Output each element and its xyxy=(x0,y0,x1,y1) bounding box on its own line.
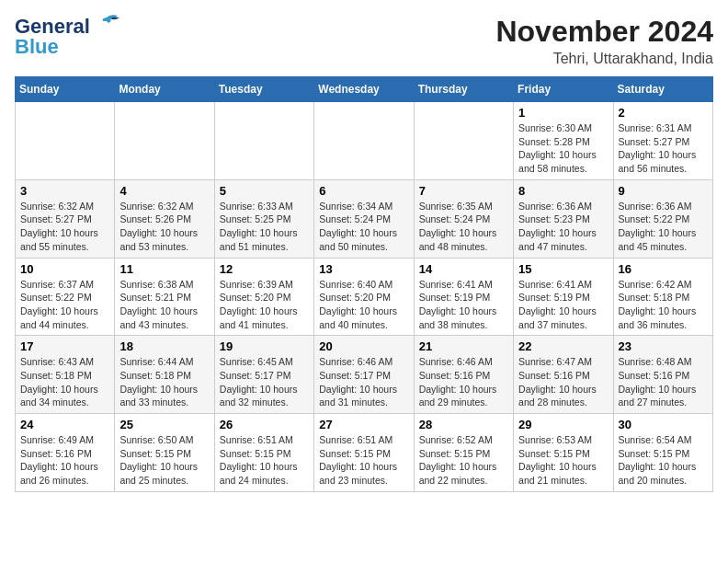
day-number: 28 xyxy=(419,418,508,431)
calendar-cell: 12Sunrise: 6:39 AMSunset: 5:20 PMDayligh… xyxy=(214,258,313,336)
day-info: Sunrise: 6:38 AMSunset: 5:21 PMDaylight:… xyxy=(119,278,209,332)
logo: General Blue xyxy=(15,15,121,59)
day-info: Sunrise: 6:46 AMSunset: 5:17 PMDaylight:… xyxy=(319,355,408,409)
logo-bird-icon xyxy=(92,14,121,34)
day-number: 25 xyxy=(119,418,209,431)
calendar-cell xyxy=(115,102,214,180)
day-info: Sunrise: 6:45 AMSunset: 5:17 PMDaylight:… xyxy=(220,355,309,409)
calendar-cell: 17Sunrise: 6:43 AMSunset: 5:18 PMDayligh… xyxy=(16,336,115,414)
day-number: 22 xyxy=(518,339,608,353)
day-info: Sunrise: 6:37 AMSunset: 5:22 PMDaylight:… xyxy=(20,278,109,332)
calendar-row: 1Sunrise: 6:30 AMSunset: 5:28 PMDaylight… xyxy=(16,102,713,180)
location-title: Tehri, Uttarakhand, India xyxy=(495,51,713,67)
calendar-cell: 18Sunrise: 6:44 AMSunset: 5:18 PMDayligh… xyxy=(115,336,214,414)
calendar-cell: 30Sunrise: 6:54 AMSunset: 5:15 PMDayligh… xyxy=(613,414,712,492)
day-info: Sunrise: 6:32 AMSunset: 5:27 PMDaylight:… xyxy=(20,200,109,254)
calendar-cell: 14Sunrise: 6:41 AMSunset: 5:19 PMDayligh… xyxy=(414,258,513,336)
day-number: 12 xyxy=(220,262,309,276)
calendar-cell: 27Sunrise: 6:51 AMSunset: 5:15 PMDayligh… xyxy=(314,414,414,492)
day-info: Sunrise: 6:49 AMSunset: 5:16 PMDaylight:… xyxy=(20,433,109,488)
title-area: November 2024 Tehri, Uttarakhand, India xyxy=(495,15,713,67)
logo-text-blue: Blue xyxy=(15,35,59,59)
day-info: Sunrise: 6:53 AMSunset: 5:15 PMDaylight:… xyxy=(518,433,608,488)
day-number: 14 xyxy=(419,262,508,276)
calendar-row: 24Sunrise: 6:49 AMSunset: 5:16 PMDayligh… xyxy=(16,414,713,492)
calendar-cell: 20Sunrise: 6:46 AMSunset: 5:17 PMDayligh… xyxy=(314,336,414,414)
day-number: 1 xyxy=(518,106,608,120)
calendar-row: 3Sunrise: 6:32 AMSunset: 5:27 PMDaylight… xyxy=(16,179,713,258)
day-info: Sunrise: 6:36 AMSunset: 5:23 PMDaylight:… xyxy=(518,200,608,254)
day-number: 8 xyxy=(518,184,608,198)
col-header-wednesday: Wednesday xyxy=(314,77,414,102)
calendar-cell: 16Sunrise: 6:42 AMSunset: 5:18 PMDayligh… xyxy=(613,258,712,336)
calendar-cell: 15Sunrise: 6:41 AMSunset: 5:19 PMDayligh… xyxy=(514,258,613,336)
day-number: 16 xyxy=(619,262,708,276)
col-header-friday: Friday xyxy=(514,77,613,102)
calendar-cell: 5Sunrise: 6:33 AMSunset: 5:25 PMDaylight… xyxy=(214,179,313,258)
header-area: General Blue November 2024 Tehri, Uttara… xyxy=(15,15,713,67)
day-info: Sunrise: 6:32 AMSunset: 5:26 PMDaylight:… xyxy=(119,200,209,254)
calendar-cell: 9Sunrise: 6:36 AMSunset: 5:22 PMDaylight… xyxy=(613,179,712,258)
calendar-cell: 28Sunrise: 6:52 AMSunset: 5:15 PMDayligh… xyxy=(414,414,513,492)
calendar-cell: 26Sunrise: 6:51 AMSunset: 5:15 PMDayligh… xyxy=(214,414,313,492)
day-info: Sunrise: 6:31 AMSunset: 5:27 PMDaylight:… xyxy=(619,121,708,176)
calendar-table: SundayMondayTuesdayWednesdayThursdayFrid… xyxy=(15,76,713,492)
day-info: Sunrise: 6:50 AMSunset: 5:15 PMDaylight:… xyxy=(119,433,209,488)
calendar-cell: 11Sunrise: 6:38 AMSunset: 5:21 PMDayligh… xyxy=(115,258,214,336)
day-info: Sunrise: 6:30 AMSunset: 5:28 PMDaylight:… xyxy=(518,121,608,176)
day-info: Sunrise: 6:54 AMSunset: 5:15 PMDaylight:… xyxy=(619,433,708,488)
day-number: 26 xyxy=(220,418,309,431)
day-info: Sunrise: 6:42 AMSunset: 5:18 PMDaylight:… xyxy=(619,278,708,332)
calendar-cell: 7Sunrise: 6:35 AMSunset: 5:24 PMDaylight… xyxy=(414,179,513,258)
calendar-cell xyxy=(214,102,313,180)
calendar-cell: 24Sunrise: 6:49 AMSunset: 5:16 PMDayligh… xyxy=(16,414,115,492)
day-info: Sunrise: 6:36 AMSunset: 5:22 PMDaylight:… xyxy=(619,200,708,254)
calendar-cell: 25Sunrise: 6:50 AMSunset: 5:15 PMDayligh… xyxy=(115,414,214,492)
calendar-cell: 10Sunrise: 6:37 AMSunset: 5:22 PMDayligh… xyxy=(16,258,115,336)
calendar-cell: 23Sunrise: 6:48 AMSunset: 5:16 PMDayligh… xyxy=(613,336,712,414)
col-header-saturday: Saturday xyxy=(613,77,712,102)
day-number: 2 xyxy=(619,106,708,120)
day-info: Sunrise: 6:40 AMSunset: 5:20 PMDaylight:… xyxy=(319,278,408,332)
col-header-sunday: Sunday xyxy=(16,77,115,102)
day-number: 7 xyxy=(419,184,508,198)
header-row: SundayMondayTuesdayWednesdayThursdayFrid… xyxy=(16,77,713,102)
calendar-cell: 22Sunrise: 6:47 AMSunset: 5:16 PMDayligh… xyxy=(514,336,613,414)
calendar-cell: 4Sunrise: 6:32 AMSunset: 5:26 PMDaylight… xyxy=(115,179,214,258)
day-number: 11 xyxy=(119,262,209,276)
day-info: Sunrise: 6:51 AMSunset: 5:15 PMDaylight:… xyxy=(220,433,309,488)
col-header-thursday: Thursday xyxy=(414,77,513,102)
calendar-cell: 3Sunrise: 6:32 AMSunset: 5:27 PMDaylight… xyxy=(16,179,115,258)
calendar-cell xyxy=(314,102,414,180)
calendar-cell: 29Sunrise: 6:53 AMSunset: 5:15 PMDayligh… xyxy=(514,414,613,492)
calendar-row: 10Sunrise: 6:37 AMSunset: 5:22 PMDayligh… xyxy=(16,258,713,336)
day-info: Sunrise: 6:44 AMSunset: 5:18 PMDaylight:… xyxy=(119,355,209,409)
day-number: 13 xyxy=(319,262,408,276)
day-info: Sunrise: 6:41 AMSunset: 5:19 PMDaylight:… xyxy=(518,278,608,332)
col-header-tuesday: Tuesday xyxy=(214,77,313,102)
calendar-cell: 2Sunrise: 6:31 AMSunset: 5:27 PMDaylight… xyxy=(613,102,712,180)
day-number: 5 xyxy=(220,184,309,198)
calendar-cell: 8Sunrise: 6:36 AMSunset: 5:23 PMDaylight… xyxy=(514,179,613,258)
day-number: 15 xyxy=(518,262,608,276)
day-number: 19 xyxy=(220,339,309,353)
day-info: Sunrise: 6:39 AMSunset: 5:20 PMDaylight:… xyxy=(220,278,309,332)
col-header-monday: Monday xyxy=(115,77,214,102)
day-number: 6 xyxy=(319,184,408,198)
calendar-cell: 13Sunrise: 6:40 AMSunset: 5:20 PMDayligh… xyxy=(314,258,414,336)
calendar-row: 17Sunrise: 6:43 AMSunset: 5:18 PMDayligh… xyxy=(16,336,713,414)
day-number: 24 xyxy=(20,418,109,431)
day-info: Sunrise: 6:34 AMSunset: 5:24 PMDaylight:… xyxy=(319,200,408,254)
day-info: Sunrise: 6:35 AMSunset: 5:24 PMDaylight:… xyxy=(419,200,508,254)
day-number: 27 xyxy=(319,418,408,431)
calendar-cell: 19Sunrise: 6:45 AMSunset: 5:17 PMDayligh… xyxy=(214,336,313,414)
day-number: 18 xyxy=(119,339,209,353)
calendar-cell xyxy=(414,102,513,180)
day-number: 4 xyxy=(119,184,209,198)
calendar-cell xyxy=(16,102,115,180)
day-number: 30 xyxy=(619,418,708,431)
calendar-cell: 21Sunrise: 6:46 AMSunset: 5:16 PMDayligh… xyxy=(414,336,513,414)
day-info: Sunrise: 6:33 AMSunset: 5:25 PMDaylight:… xyxy=(220,200,309,254)
day-info: Sunrise: 6:43 AMSunset: 5:18 PMDaylight:… xyxy=(20,355,109,409)
day-number: 20 xyxy=(319,339,408,353)
